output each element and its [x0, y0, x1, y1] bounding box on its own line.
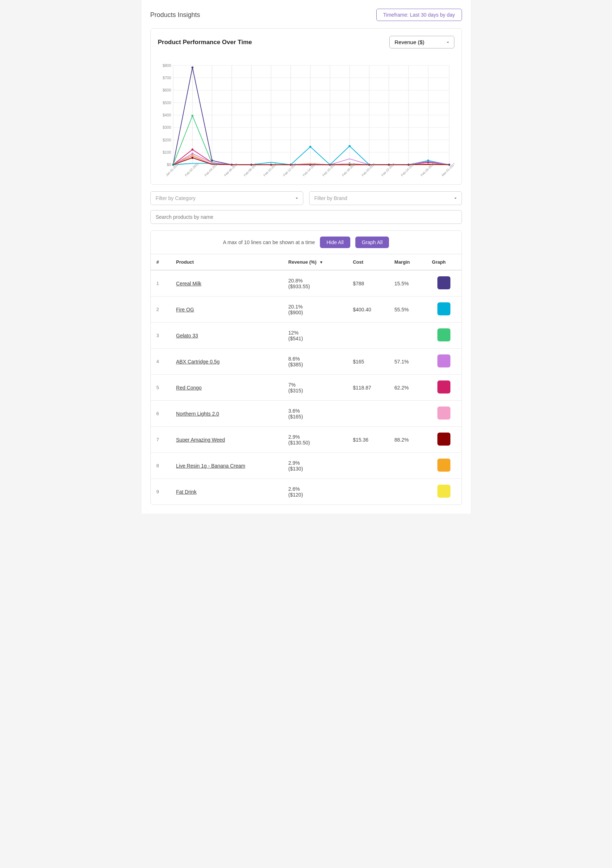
category-filter[interactable]: Filter by Category: [150, 191, 303, 205]
row-graph[interactable]: [426, 479, 462, 505]
svg-text:$800: $800: [162, 64, 171, 68]
products-table: # Product Revenue (%) ▼ Cost Margin Grap…: [151, 254, 462, 505]
hide-all-button[interactable]: Hide All: [320, 237, 350, 248]
row-revenue: 2.9% ($130): [283, 453, 348, 479]
graph-color-swatch[interactable]: [437, 485, 450, 498]
row-graph[interactable]: [426, 270, 462, 296]
svg-text:$0: $0: [167, 163, 171, 167]
chart-section: Product Performance Over Time Revenue ($…: [150, 28, 462, 185]
graph-color-swatch[interactable]: [437, 276, 450, 289]
row-cost: [347, 322, 389, 349]
row-revenue: 2.9% ($130.50): [283, 427, 348, 453]
chart-title: Product Performance Over Time: [158, 39, 252, 46]
svg-point-52: [191, 115, 193, 117]
row-num: 7: [151, 427, 171, 453]
graph-color-swatch[interactable]: [437, 406, 450, 420]
row-graph[interactable]: [426, 453, 462, 479]
row-product[interactable]: Fire OG: [170, 296, 283, 322]
svg-text:Feb-02-2021: Feb-02-2021: [184, 162, 199, 177]
table-row: 6 Northern Lights 2.0 3.6% ($165): [151, 401, 462, 427]
row-cost: [347, 479, 389, 505]
table-row: 8 Live Resin 1g - Banana Cream 2.9% ($13…: [151, 453, 462, 479]
col-graph: Graph: [426, 254, 462, 270]
graph-color-swatch[interactable]: [437, 355, 450, 367]
row-num: 3: [151, 322, 171, 349]
table-info-text: A max of 10 lines can be shown at a time: [223, 239, 315, 245]
graph-color-swatch[interactable]: [437, 432, 450, 446]
sort-arrow: ▼: [319, 260, 323, 264]
table-row: 5 Red Congo 7% ($315) $118.87 62.2%: [151, 375, 462, 401]
search-input[interactable]: [150, 210, 462, 224]
row-margin: 15.5%: [389, 270, 426, 296]
row-num: 4: [151, 349, 171, 375]
row-margin: 62.2%: [389, 375, 426, 401]
table-row: 3 Gelato 33 12% ($541): [151, 322, 462, 349]
svg-point-34: [191, 67, 193, 69]
row-product[interactable]: Fat Drink: [170, 479, 283, 505]
row-num: 1: [151, 270, 171, 296]
row-graph[interactable]: [426, 375, 462, 401]
row-graph[interactable]: [426, 322, 462, 349]
svg-point-54: [191, 149, 193, 151]
svg-text:$200: $200: [162, 138, 171, 142]
svg-text:$400: $400: [162, 113, 171, 117]
svg-point-50: [348, 145, 351, 147]
row-cost: $165: [347, 349, 389, 375]
row-graph[interactable]: [426, 349, 462, 375]
brand-filter[interactable]: Filter by Brand: [309, 191, 462, 205]
row-cost: $400.40: [347, 296, 389, 322]
row-margin: 57.1%: [389, 349, 426, 375]
col-product: Product: [170, 254, 283, 270]
graph-color-swatch[interactable]: [437, 380, 450, 394]
svg-text:$300: $300: [162, 126, 171, 129]
row-product[interactable]: ABX Cartridge 0.5g: [170, 349, 283, 375]
col-num: #: [151, 254, 171, 270]
page-title: Products Insights: [150, 11, 200, 19]
row-product[interactable]: Super Amazing Weed: [170, 427, 283, 453]
row-num: 5: [151, 375, 171, 401]
row-product[interactable]: Gelato 33: [170, 322, 283, 349]
row-cost: [347, 401, 389, 427]
graph-color-swatch[interactable]: [437, 459, 450, 471]
row-product[interactable]: Northern Lights 2.0: [170, 401, 283, 427]
col-revenue: Revenue (%) ▼: [283, 254, 348, 270]
chart-svg: $800 $700 $600 $500 $400 $300 $200 $100 …: [158, 54, 454, 177]
row-margin: 88.2%: [389, 427, 426, 453]
table-row: 4 ABX Cartridge 0.5g 8.6% ($385) $165 57…: [151, 349, 462, 375]
row-margin: [389, 479, 426, 505]
table-section: A max of 10 lines can be shown at a time…: [150, 230, 462, 505]
row-cost: $15.36: [347, 427, 389, 453]
row-product[interactable]: Cereal Milk: [170, 270, 283, 296]
row-revenue: 12% ($541): [283, 322, 348, 349]
row-graph[interactable]: [426, 427, 462, 453]
graph-color-swatch[interactable]: [437, 302, 450, 315]
col-margin: Margin: [389, 254, 426, 270]
filters-row: Filter by Category Filter by Brand: [150, 191, 462, 205]
row-product[interactable]: Live Resin 1g - Banana Cream: [170, 453, 283, 479]
svg-text:$500: $500: [162, 101, 171, 105]
row-revenue: 8.6% ($385): [283, 349, 348, 375]
row-product[interactable]: Red Congo: [170, 375, 283, 401]
table-info-row: A max of 10 lines can be shown at a time…: [151, 231, 462, 254]
svg-text:$100: $100: [162, 150, 171, 154]
row-margin: [389, 401, 426, 427]
timeframe-button[interactable]: Timeframe: Last 30 days by day: [376, 9, 462, 21]
svg-point-49: [309, 146, 311, 148]
col-cost: Cost: [347, 254, 389, 270]
row-num: 2: [151, 296, 171, 322]
metric-select[interactable]: Revenue ($) Units Sold Margin (%): [389, 36, 454, 48]
row-margin: [389, 322, 426, 349]
table-row: 2 Fire OG 20.1% ($900) $400.40 55.5%: [151, 296, 462, 322]
row-graph[interactable]: [426, 296, 462, 322]
row-revenue: 20.1% ($900): [283, 296, 348, 322]
table-row: 1 Cereal Milk 20.8% ($933.55) $788 15.5%: [151, 270, 462, 296]
graph-color-swatch[interactable]: [437, 329, 450, 341]
row-graph[interactable]: [426, 401, 462, 427]
row-margin: [389, 453, 426, 479]
svg-text:$600: $600: [162, 88, 171, 92]
row-revenue: 20.8% ($933.55): [283, 270, 348, 296]
row-num: 9: [151, 479, 171, 505]
table-row: 7 Super Amazing Weed 2.9% ($130.50) $15.…: [151, 427, 462, 453]
graph-all-button[interactable]: Graph All: [355, 237, 389, 248]
chart-area: $800 $700 $600 $500 $400 $300 $200 $100 …: [158, 54, 454, 177]
